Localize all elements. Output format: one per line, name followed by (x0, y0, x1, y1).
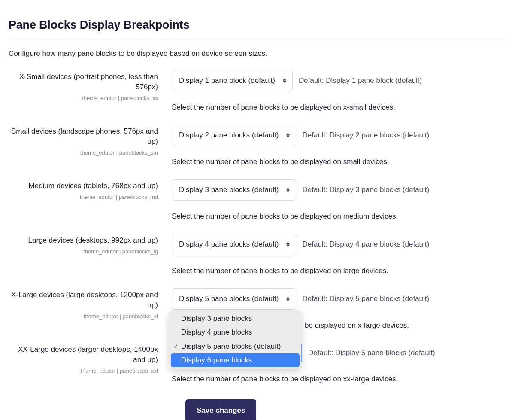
setting-label: XX-Large devices (larger desktops, 1400p… (9, 344, 158, 365)
setting-label: X-Small devices (portrait phones, less t… (9, 72, 158, 92)
dropdown-option-label: Display 4 pane blocks (181, 327, 252, 338)
select-paneblocks-xxl[interactable]: Display 3 pane blocks Display 4 pane blo… (172, 343, 302, 363)
dropdown-option-label: Display 6 pane blocks (181, 355, 252, 366)
help-text: Select the number of pane blocks to be d… (172, 102, 506, 113)
help-text: Select the number of pane blocks to be d… (172, 374, 506, 385)
setting-row-xxl: XX-Large devices (larger desktops, 1400p… (9, 343, 506, 385)
setting-key: theme_edutor | paneblocks_sm (9, 149, 158, 157)
default-hint: Default: Display 1 pane block (default) (299, 75, 422, 86)
select-value: Display 2 pane blocks (default) (179, 130, 279, 141)
select-arrows-icon (283, 78, 286, 83)
help-text: Select the number of pane blocks to be d… (172, 211, 506, 222)
setting-key: theme_edutor | paneblocks_md (9, 193, 158, 201)
default-hint: Default: Display 2 pane blocks (default) (302, 130, 429, 141)
select-value: Display 1 pane block (default) (179, 75, 275, 86)
dropdown-option-label: Display 3 pane blocks (181, 313, 252, 324)
setting-label: X-Large devices (large desktops, 1200px … (9, 290, 158, 310)
setting-row-md: Medium devices (tablets, 768px and up) t… (9, 179, 506, 222)
dropdown-option[interactable]: Display 3 pane blocks (171, 312, 300, 326)
default-hint: Default: Display 5 pane blocks (default) (308, 347, 435, 359)
setting-row-xs: X-Small devices (portrait phones, less t… (9, 70, 506, 113)
select-paneblocks-lg[interactable]: Display 4 pane blocks (default) (172, 234, 296, 255)
page-description: Configure how many pane blocks to be dis… (9, 48, 506, 59)
select-paneblocks-xl[interactable]: Display 5 pane blocks (default) (172, 288, 296, 310)
page-title: Pane Blocks Display Breakpoints (9, 16, 506, 34)
dropdown-option[interactable]: ✓ Display 5 pane blocks (default) (171, 340, 300, 353)
help-text: Select the number of pane blocks to be d… (172, 265, 506, 277)
select-arrows-icon (286, 242, 290, 247)
setting-key: theme_edutor | paneblocks_xxl (9, 367, 158, 375)
setting-row-sm: Small devices (landscape phones, 576px a… (9, 125, 506, 167)
select-arrows-icon (286, 296, 290, 301)
dropdown-option[interactable]: Display 4 pane blocks (171, 326, 300, 339)
select-paneblocks-xs[interactable]: Display 1 pane block (default) (172, 70, 293, 91)
default-hint: Default: Display 5 pane blocks (default) (302, 293, 429, 304)
setting-key: theme_edutor | paneblocks_xs (9, 94, 158, 103)
help-text: Select the number of pane blocks to be d… (172, 156, 506, 167)
check-icon: ✓ (173, 342, 179, 351)
divider (9, 40, 506, 40)
setting-label: Small devices (landscape phones, 576px a… (9, 126, 158, 147)
select-paneblocks-md[interactable]: Display 3 pane blocks (default) (172, 179, 296, 201)
select-dropdown: Display 3 pane blocks Display 4 pane blo… (169, 310, 301, 369)
dropdown-option-label: Display 5 pane blocks (default) (181, 341, 281, 352)
setting-label: Medium devices (tablets, 768px and up) (9, 181, 158, 191)
setting-key: theme_edutor | paneblocks_lg (9, 247, 158, 256)
select-arrows-icon (286, 187, 290, 192)
select-paneblocks-sm[interactable]: Display 2 pane blocks (default) (172, 125, 296, 146)
select-arrows-icon (286, 133, 290, 137)
select-value: Display 4 pane blocks (default) (179, 239, 279, 250)
setting-key: theme_edutor | paneblocks_xl (9, 312, 158, 321)
setting-row-lg: Large devices (desktops, 992px and up) t… (9, 234, 506, 276)
dropdown-option[interactable]: Display 6 pane blocks (171, 353, 300, 367)
setting-label: Large devices (desktops, 992px and up) (9, 235, 158, 246)
save-button[interactable]: Save changes (185, 399, 256, 420)
default-hint: Default: Display 3 pane blocks (default) (302, 184, 429, 195)
default-hint: Default: Display 4 pane blocks (default) (302, 239, 429, 250)
select-value: Display 3 pane blocks (default) (179, 184, 279, 195)
select-value: Display 5 pane blocks (default) (179, 293, 279, 304)
